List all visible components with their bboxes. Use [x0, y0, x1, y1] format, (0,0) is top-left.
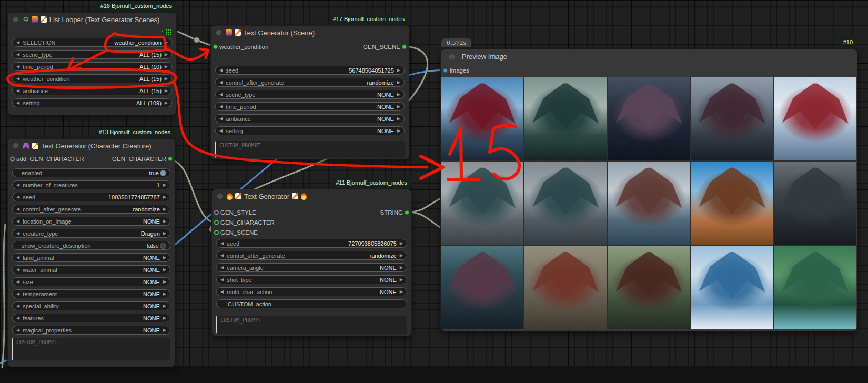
widget-time_period[interactable]: ◀time_periodNONE▶ — [215, 102, 405, 111]
widget-magical_properties[interactable]: ◀magical_propertiesNONE▶ — [12, 326, 170, 335]
increment-arrow[interactable]: ▶ — [163, 195, 166, 199]
graph-canvas[interactable]: #16 Bjornulf_custom_nodes ♻ List Looper … — [0, 0, 868, 383]
collapse-dot[interactable] — [217, 194, 223, 199]
collapse-dot[interactable] — [449, 54, 455, 59]
decrement-arrow[interactable]: ◀ — [219, 117, 223, 121]
increment-arrow[interactable]: ▶ — [163, 183, 166, 187]
collapse-dot[interactable] — [13, 17, 18, 22]
increment-arrow[interactable]: ▶ — [400, 241, 403, 246]
widget-special_ability[interactable]: ◀special_abilityNONE▶ — [12, 301, 170, 310]
widget-creature_type[interactable]: ◀creature_typeDragon▶ — [12, 229, 170, 238]
preview-image[interactable] — [441, 162, 523, 245]
input-port-add-gen-character[interactable] — [10, 157, 15, 162]
custom-prompt-textarea[interactable]: CUSTOM_PROMPT — [12, 338, 170, 360]
preview-image[interactable] — [691, 77, 773, 160]
widget-size[interactable]: ◀sizeNONE▶ — [12, 277, 170, 286]
increment-arrow[interactable]: ▶ — [163, 316, 166, 320]
decrement-arrow[interactable]: ◀ — [220, 290, 224, 294]
increment-arrow[interactable]: ▶ — [163, 292, 166, 296]
increment-arrow[interactable]: ▶ — [165, 89, 168, 93]
widget-show_creature_description[interactable]: show_creature_descriptionfalse — [12, 241, 170, 250]
decrement-arrow[interactable]: ◀ — [219, 80, 223, 85]
decrement-arrow[interactable]: ◀ — [219, 129, 223, 133]
decrement-arrow[interactable]: ◀ — [16, 101, 19, 105]
increment-arrow[interactable]: ▶ — [163, 280, 166, 284]
widget-location_on_image[interactable]: ◀location_on_imageNONE▶ — [12, 217, 170, 226]
toggle-knob[interactable] — [160, 170, 166, 176]
preview-image[interactable] — [608, 246, 690, 329]
widget-camera_angle[interactable]: ◀camera_angleNONE▶ — [216, 263, 407, 272]
decrement-arrow[interactable]: ◀ — [219, 68, 223, 73]
increment-arrow[interactable]: ▶ — [397, 80, 400, 85]
decrement-arrow[interactable]: ◀ — [220, 266, 224, 270]
node-list-looper[interactable]: #16 Bjornulf_custom_nodes ♻ List Looper … — [7, 12, 177, 115]
increment-arrow[interactable]: ▶ — [163, 207, 166, 211]
input-port-gen-character[interactable] — [214, 220, 219, 225]
decrement-arrow[interactable]: ◀ — [16, 89, 19, 93]
widget-setting[interactable]: ◀settingALL (109)▶ — [12, 98, 172, 107]
widget-multi_char_action[interactable]: ◀multi_char_actionNONE▶ — [216, 287, 407, 296]
node-text-generator-character-creature[interactable]: #13 Bjornulf_custom_nodes Text Generator… — [7, 138, 175, 367]
decrement-arrow[interactable]: ◀ — [16, 304, 19, 308]
input-port-gen-scene[interactable] — [214, 230, 219, 235]
preview-image[interactable] — [441, 246, 523, 329]
collapse-dot[interactable] — [13, 143, 18, 148]
decrement-arrow[interactable]: ◀ — [16, 316, 19, 320]
node-title-bar[interactable]: Preview Image — [441, 49, 857, 64]
widget-shot_type[interactable]: ◀shot_typeNONE▶ — [216, 275, 407, 284]
node-title-bar[interactable]: Text Generator (Character Creature) — [8, 139, 175, 153]
decrement-arrow[interactable]: ◀ — [220, 241, 224, 246]
increment-arrow[interactable]: ▶ — [400, 278, 403, 282]
decrement-arrow[interactable]: ◀ — [220, 254, 224, 258]
collapse-dot[interactable] — [216, 30, 221, 35]
increment-arrow[interactable]: ▶ — [397, 68, 400, 73]
widget-enabled[interactable]: enabledtrue — [12, 168, 170, 177]
decrement-arrow[interactable]: ◀ — [16, 207, 19, 211]
decrement-arrow[interactable]: ◀ — [16, 292, 19, 296]
widget-SELECTION[interactable]: ◀SELECTIONweather_condition▶ — [12, 38, 172, 47]
increment-arrow[interactable]: ▶ — [163, 219, 166, 224]
increment-arrow[interactable]: ▶ — [163, 304, 166, 308]
preview-image[interactable] — [524, 162, 607, 245]
increment-arrow[interactable]: ▶ — [397, 93, 400, 97]
widget-control_after_generate[interactable]: ◀control_after_generaterandomize▶ — [12, 205, 170, 214]
decrement-arrow[interactable]: ◀ — [16, 77, 19, 81]
increment-arrow[interactable]: ▶ — [397, 117, 400, 121]
increment-arrow[interactable]: ▶ — [165, 41, 168, 45]
node-text-generator-scene[interactable]: #17 Bjornulf_custom_nodes Text Generator… — [210, 25, 409, 159]
decrement-arrow[interactable]: ◀ — [16, 219, 19, 224]
widget-seed[interactable]: ◀seed727093805826075▶ — [216, 239, 407, 248]
input-port-images[interactable] — [443, 68, 448, 73]
widget-features[interactable]: ◀featuresNONE▶ — [12, 314, 170, 322]
output-port-string[interactable] — [405, 210, 409, 215]
increment-arrow[interactable]: ▶ — [400, 290, 403, 294]
decrement-arrow[interactable]: ◀ — [220, 278, 224, 282]
toggle-knob[interactable] — [160, 243, 166, 249]
decrement-arrow[interactable]: ◀ — [219, 93, 223, 97]
widget-land_animal[interactable]: ◀land_animalNONE▶ — [12, 253, 170, 262]
preview-image[interactable] — [691, 246, 773, 329]
increment-arrow[interactable]: ▶ — [163, 328, 166, 332]
decrement-arrow[interactable]: ◀ — [16, 195, 19, 199]
decrement-arrow[interactable]: ◀ — [16, 328, 19, 332]
decrement-arrow[interactable]: ◀ — [16, 183, 19, 187]
increment-arrow[interactable]: ▶ — [397, 105, 400, 109]
widget-ambiance[interactable]: ◀ambianceNONE▶ — [215, 114, 405, 123]
increment-arrow[interactable]: ▶ — [165, 65, 168, 69]
node-title-bar[interactable]: Text Generator — [212, 189, 411, 203]
link-midpoint-dot[interactable] — [194, 37, 199, 43]
widget-setting[interactable]: ◀settingNONE▶ — [215, 126, 405, 135]
preview-image[interactable] — [691, 162, 773, 245]
increment-arrow[interactable]: ▶ — [163, 268, 166, 272]
widget-scene_type[interactable]: ◀scene_typeNONE▶ — [215, 90, 405, 99]
increment-arrow[interactable]: ▶ — [397, 129, 400, 133]
increment-arrow[interactable]: ▶ — [400, 266, 403, 270]
widget-CUSTOM_action[interactable]: CUSTOM_action — [216, 299, 407, 308]
decrement-arrow[interactable]: ◀ — [16, 41, 19, 45]
widget-temperament[interactable]: ◀temperamentNONE▶ — [12, 289, 170, 298]
increment-arrow[interactable]: ▶ — [163, 231, 166, 236]
node-title-bar[interactable]: Text Generator (Scene) — [211, 26, 409, 39]
widget-time_period[interactable]: ◀time_periodALL (10)▶ — [12, 62, 172, 71]
increment-arrow[interactable]: ▶ — [165, 101, 168, 105]
preview-image[interactable] — [524, 77, 607, 160]
